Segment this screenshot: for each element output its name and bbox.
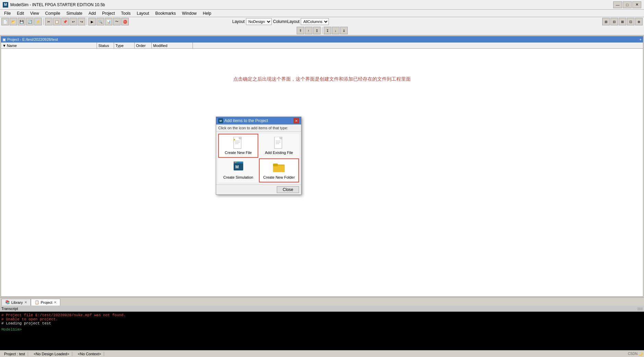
tab-library[interactable]: 📚 Library ✕ [1,299,31,306]
tb-coverage[interactable]: 📊 [105,18,112,25]
transcript-content[interactable]: # Project file E:/test/20220928/nuke.mpf… [0,312,644,350]
svg-point-14 [236,162,237,163]
svg-point-13 [235,162,236,163]
tb-wave[interactable]: 〜 [113,18,121,25]
col-header-order: Order [135,43,152,48]
menu-view[interactable]: View [27,10,42,16]
column-layout-select[interactable]: AllColumns [301,18,329,25]
menu-simulate[interactable]: Simulate [64,10,85,16]
create-new-file-icon: ✦ [232,137,245,149]
project-panel: ▣ Project - E:/test/20220928/test + ▼Nam… [1,36,643,297]
transcript-header-right: ::::: [637,307,643,311]
project-columns: ▼Name Status Type Order Modified [1,43,643,49]
menu-bar: File Edit View Compile Simulate Add Proj… [0,10,644,17]
tb2-3[interactable]: ↥ [313,27,321,34]
app-icon: M [3,2,8,8]
tb-stop[interactable]: ⛔ [121,18,129,25]
project-panel-add-btn[interactable]: + [640,37,642,41]
layout-controls: Layout NoDesign ColumnLayout AllColumns [232,18,329,25]
tb2-2[interactable]: ↑ [305,27,312,34]
maximize-button[interactable]: □ [623,1,632,8]
status-context: <No Context> [75,352,104,356]
modal-grid: ✦ Create New File Add Existing File [216,132,301,185]
tab-library-label: Library [11,300,23,305]
tb-copy[interactable]: 📋 [53,18,61,25]
status-project: Project : test [1,352,28,356]
tb2-6[interactable]: ⇓ [340,27,348,34]
menu-edit[interactable]: Edit [14,10,27,16]
modal-icon: M [218,118,223,123]
add-existing-file-label: Add Existing File [265,151,293,155]
tb-right-1[interactable]: ⊞ [602,18,610,25]
svg-point-12 [234,162,235,163]
col-header-type: Type [114,43,135,48]
tab-project-label: Project [41,300,52,305]
layout-select[interactable]: NoDesign [246,18,272,25]
menu-compile[interactable]: Compile [42,10,63,16]
create-new-folder-label: Create New Folder [263,175,295,179]
svg-rect-17 [273,164,278,166]
tb-right-5[interactable]: ⊕ [635,18,643,25]
menu-layout[interactable]: Layout [134,10,152,16]
modal-close-x-button[interactable]: ✕ [294,118,299,123]
minimize-button[interactable]: — [613,1,622,8]
tb-right-2[interactable]: ⊟ [610,18,618,25]
toolbar-row-1: 📄 📂 💾 🔄 ⚡ ✂ 📋 📌 ↩ ↪ ▶ 🔍 📊 〜 ⛔ Layout NoD… [0,17,644,26]
menu-window[interactable]: Window [179,10,199,16]
menu-help[interactable]: Help [200,10,214,16]
tb-cut[interactable]: ✂ [45,18,52,25]
create-simulation-icon: M [232,162,245,174]
title-bar-left: M ModelSim - INTEL FPGA STARTER EDITION … [3,2,105,8]
add-existing-file-icon [273,137,285,149]
toolbar-area: 📄 📂 💾 🔄 ⚡ ✂ 📋 📌 ↩ ↪ ▶ 🔍 📊 〜 ⛔ Layout NoD… [0,17,644,35]
modal-title-left: M Add items to the Project [218,118,268,123]
svg-text:M: M [235,165,239,169]
tb-right-4[interactable]: ⊡ [627,18,634,25]
project-content: 点击确定之后出现这个界面，这个界面是创建文件和添加已经存在的文件到工程里面 [1,49,643,296]
tb-redo[interactable]: ↪ [78,18,85,25]
tb-right-3[interactable]: ⊠ [619,18,626,25]
tb2-5[interactable]: ↓ [332,27,339,34]
menu-bookmarks[interactable]: Bookmarks [152,10,178,16]
svg-rect-11 [234,162,243,163]
tab-project[interactable]: 📋 Project ✕ [31,299,60,306]
tb-open[interactable]: 📂 [10,18,17,25]
tb2-1[interactable]: ⇑ [297,27,304,34]
modal-title-bar: M Add items to the Project ✕ [216,117,301,124]
tb-refresh[interactable]: 🔄 [26,18,34,25]
tb2-4[interactable]: ↧ [324,27,331,34]
transcript-prompt: ModelSim> [1,328,22,332]
col-header-name: ▼Name [1,43,97,48]
main-area: ▣ Project - E:/test/20220928/test + ▼Nam… [0,35,644,297]
tb-paste[interactable]: 📌 [61,18,69,25]
menu-tools[interactable]: Tools [118,10,133,16]
tb-sep-1 [43,18,44,25]
create-new-folder-item[interactable]: Create New Folder [259,158,299,182]
menu-add[interactable]: Add [86,10,99,16]
tb-run[interactable]: ▶ [88,18,96,25]
create-new-folder-icon [273,162,285,174]
tb2-sep [322,27,322,34]
create-new-file-label: Create New File [225,151,252,155]
close-button[interactable]: ✕ [632,1,641,8]
modal-close-button[interactable]: Close [277,186,299,193]
column-layout-label: ColumnLayout [273,19,299,24]
layout-label: Layout [232,19,245,24]
tb-find[interactable]: 🔍 [97,18,104,25]
project-header-left: ▣ Project - E:/test/20220928/test [2,37,58,42]
tb-undo[interactable]: ↩ [70,18,77,25]
menu-file[interactable]: File [1,10,13,16]
tb-btn5[interactable]: ⚡ [34,18,42,25]
create-new-file-item[interactable]: ✦ Create New File [218,134,258,158]
modal-footer: Close [216,185,301,194]
create-simulation-item[interactable]: M Create Simulation [218,158,258,182]
add-existing-file-item[interactable]: Add Existing File [259,134,299,158]
menu-project[interactable]: Project [99,10,117,16]
tab-project-close[interactable]: ✕ [54,300,57,304]
tb-new[interactable]: 📄 [1,18,9,25]
tb-save[interactable]: 💾 [18,18,25,25]
tab-library-close[interactable]: ✕ [24,300,27,304]
title-controls: — □ ✕ [613,1,641,8]
annotation-text: 点击确定之后出现这个界面，这个界面是创建文件和添加已经存在的文件到工程里面 [233,76,411,82]
transcript-prompt-area: ModelSim> [1,328,643,332]
